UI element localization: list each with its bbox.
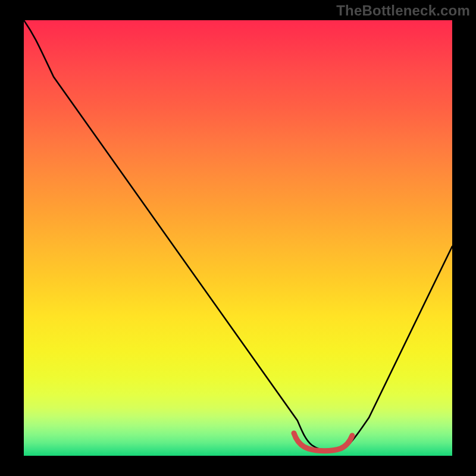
watermark-text: TheBottleneck.com [336, 2, 470, 19]
curve-layer [24, 20, 452, 456]
chart-frame: TheBottleneck.com [0, 0, 476, 476]
plot-area [24, 20, 452, 456]
optimal-zone-marker [294, 433, 352, 451]
bottleneck-curve [24, 20, 452, 451]
